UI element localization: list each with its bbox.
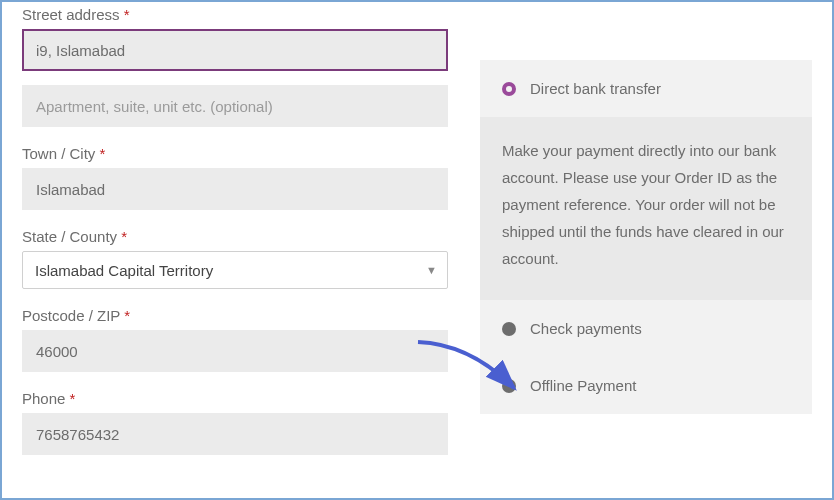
required-marker: * [100,145,106,162]
payment-offline-label: Offline Payment [530,377,636,394]
payment-option-bank[interactable]: Direct bank transfer [480,60,812,117]
label-state-text: State / County [22,228,117,245]
chevron-down-icon: ▼ [426,264,437,276]
payment-check-label: Check payments [530,320,642,337]
billing-form: Street address * Town / City * State / C… [2,2,468,498]
label-state: State / County * [22,228,448,245]
radio-unselected-icon [502,322,516,336]
apartment-input[interactable] [22,85,448,127]
payment-box: Direct bank transfer Make your payment d… [480,60,812,414]
required-marker: * [124,6,130,23]
state-selected-value: Islamabad Capital Territory [35,262,213,279]
label-city-text: Town / City [22,145,95,162]
field-street: Street address * [22,6,448,127]
state-select[interactable]: Islamabad Capital Territory ▼ [22,251,448,289]
payment-bank-description: Make your payment directly into our bank… [480,117,812,300]
field-phone: Phone * [22,390,448,455]
required-marker: * [70,390,76,407]
city-input[interactable] [22,168,448,210]
field-postcode: Postcode / ZIP * [22,307,448,372]
label-city: Town / City * [22,145,448,162]
required-marker: * [121,228,127,245]
street-address-input[interactable] [22,29,448,71]
payment-panel: Direct bank transfer Make your payment d… [468,2,832,498]
phone-input[interactable] [22,413,448,455]
label-postcode-text: Postcode / ZIP [22,307,120,324]
field-city: Town / City * [22,145,448,210]
postcode-input[interactable] [22,330,448,372]
columns: Street address * Town / City * State / C… [2,2,832,498]
label-postcode: Postcode / ZIP * [22,307,448,324]
payment-option-offline[interactable]: Offline Payment [480,357,812,414]
payment-bank-label: Direct bank transfer [530,80,661,97]
checkout-frame: Street address * Town / City * State / C… [0,0,834,500]
label-street: Street address * [22,6,448,23]
label-phone: Phone * [22,390,448,407]
field-state: State / County * Islamabad Capital Terri… [22,228,448,289]
payment-option-check[interactable]: Check payments [480,300,812,357]
label-phone-text: Phone [22,390,65,407]
radio-unselected-icon [502,379,516,393]
required-marker: * [124,307,130,324]
radio-selected-icon [502,82,516,96]
label-street-text: Street address [22,6,120,23]
